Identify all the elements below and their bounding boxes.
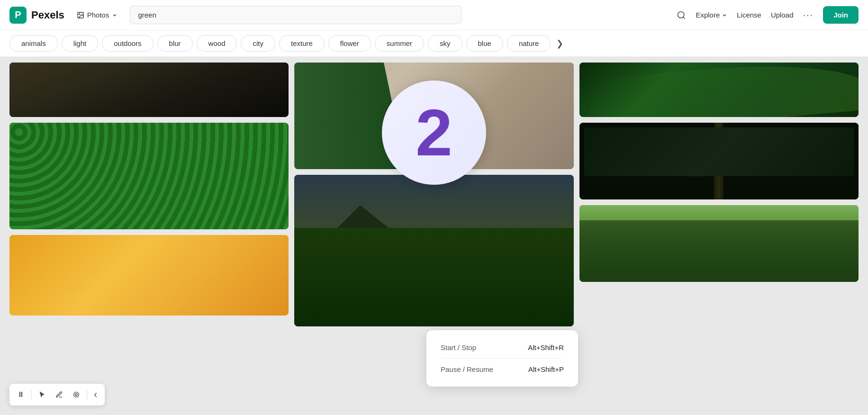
photo-card-trees[interactable] (579, 205, 859, 282)
toolbar-divider-1 (31, 390, 32, 399)
explore-chevron-icon (722, 12, 727, 18)
eraser-tool-button[interactable] (70, 389, 83, 400)
search-bar (130, 6, 461, 24)
tag-animals[interactable]: animals (9, 35, 58, 52)
svg-point-5 (75, 394, 77, 396)
step-number: 2 (416, 99, 452, 166)
pause-icon: ⏸ (17, 390, 25, 399)
upload-label: Upload (771, 11, 794, 19)
tag-blur[interactable]: blur (157, 35, 193, 52)
search-input[interactable] (130, 6, 461, 24)
shortcut-pause-resume-key: Alt+Shift+P (528, 365, 564, 373)
tags-next-icon: ❯ (556, 39, 563, 48)
arrow-tool-icon (38, 391, 46, 398)
photos-label: Photos (87, 11, 109, 19)
more-icon: ··· (803, 9, 814, 20)
header-right: Explore License Upload ··· Join (677, 6, 859, 24)
photos-icon (77, 11, 84, 19)
explore-button[interactable]: Explore (696, 11, 727, 19)
shortcut-row-start-stop: Start / Stop Alt+Shift+R (441, 340, 564, 359)
logo-text: Pexels (31, 9, 64, 21)
header: P Pexels Photos Explore License Upload ·… (0, 0, 868, 30)
tag-sky[interactable]: sky (428, 35, 462, 52)
upload-button[interactable]: Upload (771, 11, 794, 19)
tag-summer[interactable]: summer (375, 35, 424, 52)
shortcut-row-pause-resume: Pause / Resume Alt+Shift+P (441, 361, 564, 377)
back-button[interactable]: ‹ (91, 387, 100, 403)
logo-area: P Pexels (9, 7, 64, 24)
shortcut-start-stop-label: Start / Stop (441, 343, 476, 352)
photo-card-clover[interactable] (9, 123, 289, 229)
more-button[interactable]: ··· (803, 9, 814, 20)
photo-card-dark-sand[interactable] (9, 63, 289, 117)
tag-wood[interactable]: wood (197, 35, 237, 52)
tags-bar: animals light outdoors blur wood city te… (0, 30, 868, 57)
back-icon: ‹ (94, 388, 97, 401)
svg-point-2 (678, 11, 684, 18)
tag-texture[interactable]: texture (279, 35, 325, 52)
right-column (579, 63, 859, 409)
photos-dropdown-button[interactable]: Photos (72, 8, 123, 22)
shortcut-popup: Start / Stop Alt+Shift+R Pause / Resume … (426, 330, 578, 387)
tags-next-button[interactable]: ❯ (556, 38, 563, 49)
chevron-down-icon (112, 12, 118, 18)
svg-point-4 (74, 392, 79, 397)
tag-blue[interactable]: blue (466, 35, 503, 52)
arrow-tool-button[interactable] (36, 389, 49, 400)
eraser-tool-icon (72, 391, 80, 398)
shortcut-pause-resume-label: Pause / Resume (441, 365, 493, 373)
svg-line-3 (683, 17, 685, 18)
tag-light[interactable]: light (62, 35, 99, 52)
photo-card-golden[interactable] (9, 235, 289, 316)
search-icon-button[interactable] (677, 10, 686, 20)
tag-nature[interactable]: nature (507, 35, 551, 52)
pexels-logo-icon: P (9, 7, 27, 24)
pen-tool-button[interactable] (53, 389, 66, 400)
join-button[interactable]: Join (823, 6, 859, 24)
license-button[interactable]: License (737, 11, 761, 19)
search-icon (677, 10, 686, 20)
svg-point-1 (79, 13, 80, 14)
join-label: Join (833, 11, 848, 19)
bottom-toolbar: ⏸ ‹ (9, 384, 105, 406)
pause-button[interactable]: ⏸ (14, 388, 27, 401)
photo-card-palm[interactable] (579, 123, 859, 199)
photo-card-grass-field[interactable] (294, 175, 573, 326)
shortcut-start-stop-key: Alt+Shift+R (528, 343, 564, 352)
pen-tool-icon (55, 391, 63, 398)
tag-city[interactable]: city (241, 35, 275, 52)
tag-outdoors[interactable]: outdoors (102, 35, 153, 52)
tag-flower[interactable]: flower (328, 35, 371, 52)
toolbar-divider-2 (87, 390, 87, 399)
step-number-overlay: 2 (382, 81, 486, 185)
main-content: 2 Start / Stop Alt+Shift+R Pause / Resum… (0, 57, 868, 415)
explore-label: Explore (696, 11, 720, 19)
photo-card-banana-leaf[interactable] (579, 63, 859, 117)
license-label: License (737, 11, 761, 19)
left-column (9, 63, 289, 409)
